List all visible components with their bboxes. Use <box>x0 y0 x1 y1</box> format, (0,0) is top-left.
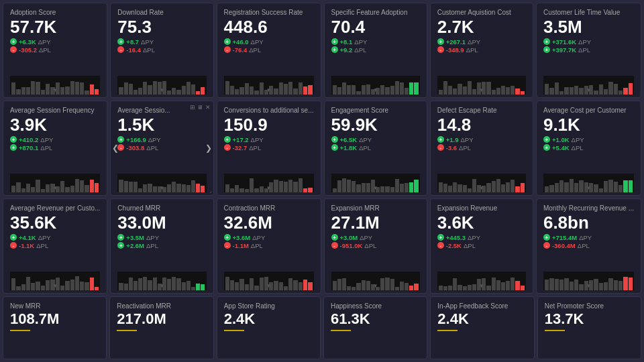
card-tools: ⊞ 🖥 ✕ <box>190 104 211 111</box>
chart-bar <box>250 278 254 290</box>
monitor-icon[interactable]: 🖥 <box>197 104 203 111</box>
delta-label-0: ΔPY <box>252 234 265 241</box>
card-value: 32.6M <box>224 213 314 233</box>
delta-label-0: ΔPY <box>572 136 584 143</box>
delta-value-1: +870.1 <box>19 144 38 152</box>
chart-bar <box>559 91 564 95</box>
delta-dot-1: - <box>117 46 124 53</box>
delta-label-0: ΔPY <box>460 136 473 143</box>
delta-value-0: +715.4M <box>552 234 577 241</box>
resize-handle[interactable]: ⌟ <box>209 188 212 194</box>
chart-bar <box>196 184 200 192</box>
chevron-down-icon: ▼ <box>586 283 591 289</box>
delta-dot-1: - <box>437 46 444 53</box>
chart-bar <box>85 282 89 290</box>
chart-bar <box>65 86 69 95</box>
chart-bar <box>352 181 356 192</box>
chart-bar <box>395 81 399 95</box>
grid-icon[interactable]: ⊞ <box>190 104 195 111</box>
bottom-card-title: App Store Rating <box>224 302 313 310</box>
chart-bar <box>75 82 79 95</box>
delta-value-0: +6.3K <box>19 38 36 46</box>
delta-row-0: ++4.1K ΔPY <box>10 234 100 241</box>
card-chart: ▼ <box>10 272 100 290</box>
delta-label-1: ΔPL <box>578 242 590 249</box>
chart-bar <box>395 287 399 290</box>
bottom-card-happiness-score: Happiness Score61.3K <box>323 296 427 359</box>
card-value: 150.9 <box>224 115 314 135</box>
delta-value-0: +267.1 <box>446 38 466 46</box>
chart-bar <box>167 90 171 95</box>
chart-bar <box>133 281 138 290</box>
chart-bar <box>515 88 519 95</box>
nav-right-arrow[interactable]: ❯ <box>205 143 212 153</box>
chart-bar <box>70 81 74 95</box>
chart-bar <box>356 184 360 192</box>
card-chart: ▼ <box>437 76 526 95</box>
bottom-card-title: New MRR <box>10 302 99 310</box>
bottom-card-indicator <box>117 330 137 331</box>
chart-bar <box>333 281 337 290</box>
chart-bar <box>133 182 138 192</box>
delta-dot-0: + <box>117 234 124 241</box>
chart-bar <box>629 83 633 95</box>
card-value: 2.7K <box>437 17 526 37</box>
delta-row-0: ++715.4M ΔPY <box>543 234 634 241</box>
chart-bar <box>172 277 176 290</box>
chart-bar <box>492 278 496 290</box>
close-icon[interactable]: ✕ <box>205 104 211 111</box>
delta-label-0: ΔPY <box>148 136 161 143</box>
chevron-down-icon: ▼ <box>52 283 58 289</box>
chart-bar <box>608 278 612 290</box>
chart-bar <box>230 188 234 193</box>
chart-bar <box>468 188 472 192</box>
chart-bar <box>31 81 35 95</box>
chart-bar <box>501 282 505 290</box>
chart-bar <box>559 280 564 290</box>
chart-bar <box>235 89 239 95</box>
chart-bar <box>356 91 360 95</box>
delta-label-1: ΔPL <box>146 144 158 152</box>
chart-bar <box>414 180 418 192</box>
card-title: Expansion MRR <box>331 204 420 212</box>
card-delta-container: ++17.2 ΔPY--32.7 ΔPL <box>224 136 314 152</box>
chart-bar <box>260 82 264 95</box>
chart-bar <box>570 179 574 192</box>
delta-row-1: ++397.7K ΔPL <box>543 46 634 54</box>
chart-bar <box>60 286 64 290</box>
delta-label-0: ΔPY <box>40 136 53 143</box>
delta-dot-0: + <box>10 234 17 241</box>
chart-bar <box>138 278 142 290</box>
chart-bar <box>463 86 467 95</box>
chart-bar <box>65 187 69 192</box>
chart-bar <box>293 280 297 290</box>
chart-bar <box>574 280 578 290</box>
delta-dot-0: + <box>543 234 550 241</box>
chart-bar <box>250 86 254 95</box>
chart-bar <box>564 87 568 95</box>
delta-label-1: ΔPL <box>572 144 584 152</box>
nav-left-arrow[interactable]: ❮ <box>112 143 119 153</box>
chart-bar <box>333 188 337 192</box>
card-value: 1.5K <box>117 115 206 135</box>
bottom-card-app-store-rating: App Store Rating2.4K <box>217 296 321 359</box>
chart-bar <box>172 88 176 95</box>
delta-row-0: ++410.2 ΔPY <box>10 136 100 143</box>
chart-bar <box>400 282 404 290</box>
card-delta-container: ++46.0 ΔPY--76.4 ΔPL <box>224 38 314 54</box>
chart-bar <box>124 284 128 290</box>
card-chart: ▼ <box>10 174 100 192</box>
chevron-down-icon: ▼ <box>52 185 58 191</box>
delta-row-1: --3.6 ΔPL <box>437 144 526 152</box>
delta-dot-0: + <box>10 136 17 143</box>
chart-bar <box>570 87 574 95</box>
delta-label-0: ΔPY <box>578 38 591 46</box>
delta-value-0: +410.2 <box>19 136 38 143</box>
delta-row-0: ++1.9 ΔPY <box>437 136 526 143</box>
chart-bar <box>608 82 612 95</box>
chart-bar <box>274 180 278 192</box>
chevron-down-icon: ▼ <box>479 87 484 93</box>
bottom-card-title: Reactivation MRR <box>117 302 206 310</box>
chart-bar <box>225 184 229 192</box>
chart-bar <box>629 180 633 192</box>
